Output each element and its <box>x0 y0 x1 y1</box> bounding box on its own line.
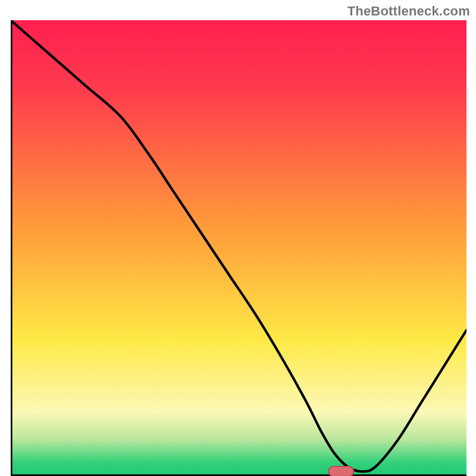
watermark-label: TheBottleneck.com <box>347 4 470 19</box>
svg-rect-1 <box>328 466 353 476</box>
optimal-marker <box>11 20 466 476</box>
chart-frame: TheBottleneck.com <box>0 0 476 476</box>
plot-area <box>11 20 466 463</box>
